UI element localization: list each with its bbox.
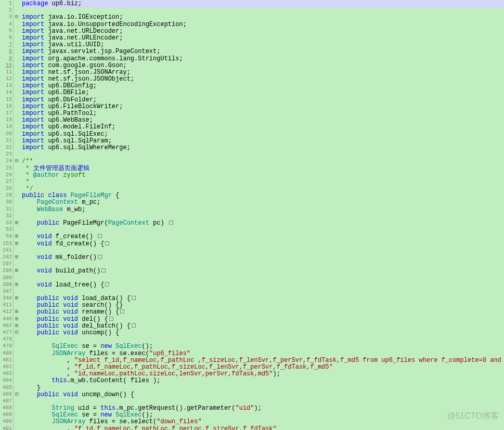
fold-expand-icon[interactable]: ⊞ [14,322,20,329]
line-number: 347 [0,288,12,295]
code-line[interactable]: void mk_folder() [22,254,504,261]
fold-none [14,192,20,199]
folded-block-icon[interactable] [98,234,102,238]
code-token: search() {} [78,302,123,309]
code-line[interactable]: * 文件管理器页面逻辑 [22,165,504,172]
folded-block-icon[interactable] [132,296,136,300]
fold-none [14,405,20,411]
fold-expand-icon[interactable]: ⊞ [14,308,20,315]
code-line[interactable]: public void uncomp() { [22,330,504,336]
code-line[interactable]: PageContext m_pc; [22,199,504,206]
folded-block-icon[interactable] [169,220,173,225]
fold-none [14,206,20,213]
code-line[interactable]: this.m_wb.toContent( files ); [22,377,504,384]
code-line[interactable]: , "f_id,f_nameLoc,f_pathLoc,f_perLoc,f_s… [22,426,504,430]
fold-none [14,418,20,425]
line-number: 478 [0,336,12,343]
fold-expand-icon[interactable]: ⊞ [14,219,20,226]
folded-block-icon[interactable] [98,255,102,259]
code-line[interactable]: import up6.DBConfig; [22,83,504,89]
fold-expand-icon[interactable]: ⊞ [14,316,20,322]
code-line[interactable]: import up6.PathTool; [22,110,504,117]
code-token: zysoft [59,172,85,179]
code-token: this [52,377,67,384]
line-number: 308 [0,275,12,281]
code-token: public [37,329,59,336]
code-line[interactable]: void load_tree() { [22,282,504,289]
folded-block-icon[interactable] [105,241,109,245]
fold-none [14,398,20,405]
code-token: up6.biz; [48,0,82,7]
code-line[interactable]: * @author zysoft [22,172,504,179]
fold-expand-icon[interactable]: ⊞ [14,281,20,288]
code-line[interactable]: public PageFileMgr(PageContext pc) [22,220,504,227]
fold-none [14,336,20,343]
fold-none [14,41,20,48]
code-token: import [22,21,44,28]
code-token [22,350,52,357]
code-token: .m_pc.getRequest().getParameter( [115,405,235,412]
code-line[interactable]: WebBase m_wb; [22,206,504,213]
folded-block-icon[interactable] [101,268,106,272]
code-token: .m_wb.toContent( files ); [67,377,160,384]
line-number: 488 [0,405,12,411]
fold-none [14,62,20,69]
fold-collapse-icon[interactable]: ⊟ [14,391,20,398]
fold-none [14,178,20,185]
fold-expand-icon[interactable]: ⊞ [14,240,20,247]
fold-none [14,103,20,110]
code-line[interactable]: void build_path() [22,268,504,275]
code-token: class [48,192,67,199]
code-line[interactable]: void fd_create() { [22,241,504,247]
line-number: 484 [0,377,12,384]
fold-expand-icon[interactable]: ⊞ [14,233,20,240]
line-number: 32 [0,213,12,219]
code-token: void [63,316,78,323]
fold-none [14,75,20,82]
line-number: 483 [0,370,12,377]
code-token: up6.DbFolder; [44,96,97,103]
code-token: void [37,281,52,289]
code-token: PageContext [108,219,149,227]
fold-none [14,28,20,34]
line-number: 298 [0,267,12,274]
code-token: se = [78,343,100,350]
fold-none [14,82,20,89]
code-token: void [63,295,78,302]
code-line[interactable]: package up6.biz; [22,1,504,7]
fold-expand-icon[interactable]: ⊞ [14,295,20,302]
code-token: net.sf.json.JSONObject; [44,75,134,83]
line-number: 33 [0,219,12,226]
code-token [22,343,52,350]
folded-block-icon[interactable] [120,309,124,314]
fold-expand-icon[interactable]: ⊞ [14,267,20,274]
code-token: f_create() [52,233,97,240]
code-area[interactable]: package up6.biz;import java.io.IOExcepti… [20,0,504,430]
fold-collapse-icon[interactable]: ⊟ [14,158,20,164]
code-line[interactable] [22,151,504,158]
code-token: import [22,55,44,62]
code-token: import [22,96,44,103]
folded-block-icon[interactable] [105,282,109,286]
code-editor: 1234567891011121314151617181920212223242… [0,0,504,430]
folded-block-icon[interactable] [132,323,136,328]
code-line[interactable]: /** [22,158,504,165]
folded-block-icon[interactable] [109,317,113,321]
code-token: "f_id,f_nameLoc,f_pathLoc,f_sizeLoc,f_le… [74,363,333,371]
code-line[interactable]: public void uncmp_down() { [22,392,504,398]
fold-none [14,137,20,144]
code-line[interactable]: import up6.sql.SqlWhereMerge; [22,145,504,151]
code-token: 文件管理器页面逻辑 [33,165,89,172]
code-line[interactable]: * [22,179,504,186]
code-token: void [37,254,52,261]
fold-expand-icon[interactable]: ⊞ [14,254,20,260]
code-token: this [100,405,115,412]
line-number: 485 [0,384,12,391]
fold-collapse-icon[interactable]: ⊟ [14,14,20,20]
code-token: ); [254,405,262,412]
code-token: , [22,363,74,371]
code-token [22,281,37,289]
fold-collapse-icon[interactable]: ⊟ [14,329,20,336]
code-token: PageFileMgr( [59,219,108,227]
fold-none [14,48,20,55]
